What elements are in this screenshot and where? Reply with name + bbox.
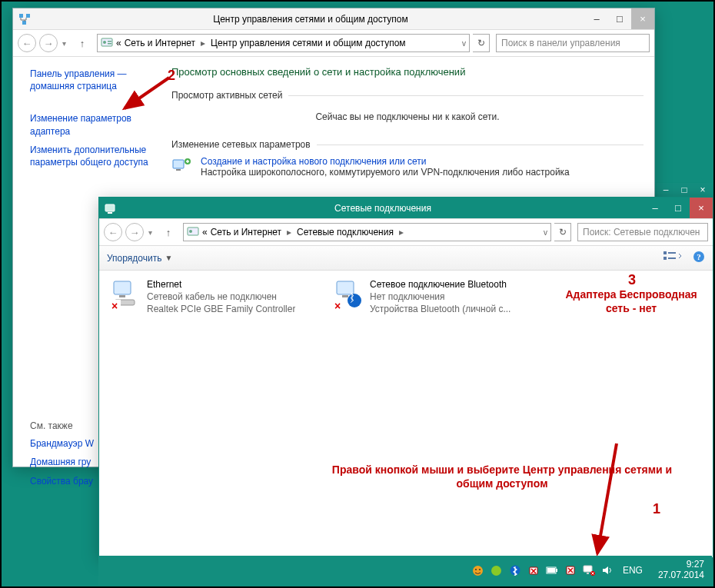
maximize-button[interactable]: □ [667, 198, 690, 218]
history-dropdown[interactable]: ▾ [148, 228, 152, 237]
background-window-buttons: –□× [657, 183, 712, 197]
tray-volume-icon[interactable] [601, 564, 614, 576]
forward-button[interactable]: → [39, 34, 58, 52]
window-icon [18, 12, 32, 26]
breadcrumb[interactable]: « Сеть и Интернет ▸ Сетевые подключения … [183, 223, 551, 241]
view-options-button[interactable] [663, 251, 682, 265]
back-button[interactable]: ← [104, 223, 122, 241]
tray-icon[interactable] [564, 564, 577, 576]
breadcrumb-pre: « [116, 38, 121, 48]
tray-icon[interactable] [491, 564, 503, 576]
svg-rect-25 [342, 295, 348, 297]
breadcrumb-item[interactable]: Сеть и Интернет [211, 227, 281, 238]
up-button[interactable]: ↑ [75, 36, 89, 50]
svg-point-29 [475, 569, 477, 570]
back-button[interactable]: ← [18, 34, 36, 52]
svg-rect-36 [547, 568, 555, 573]
svg-rect-35 [556, 569, 557, 572]
svg-rect-11 [105, 204, 115, 211]
svg-rect-18 [668, 257, 676, 259]
chevron-right-icon: ▸ [287, 227, 291, 238]
svg-rect-0 [19, 14, 23, 18]
refresh-button[interactable]: ↻ [554, 223, 571, 241]
svg-text:?: ? [697, 252, 701, 261]
svg-rect-38 [584, 566, 592, 572]
disconnected-overlay-icon: × [331, 300, 344, 312]
adapter-device: Устройства Bluetooth (личной с... [370, 303, 510, 315]
maximize-button[interactable]: □ [608, 8, 631, 29]
titlebar[interactable]: Сетевые подключения – □ × [99, 198, 713, 219]
control-panel-icon [187, 225, 199, 240]
close-button[interactable]: × [631, 8, 654, 29]
link-control-panel-home[interactable]: Панель управления — домашняя страница [30, 68, 159, 92]
help-button[interactable]: ? [693, 251, 705, 265]
tray-bluetooth-icon[interactable] [509, 564, 521, 576]
annotation-text-instruction: Правой кнопкой мыши и выберите Центр упр… [314, 463, 690, 490]
svg-rect-17 [668, 252, 676, 254]
link-sharing-settings[interactable]: Изменить дополнительные параметры общего… [30, 144, 159, 168]
link-new-connection[interactable]: Создание и настройка нового подключения … [201, 156, 427, 167]
clock-date: 27.07.2014 [658, 570, 704, 581]
bluetooth-icon: × [333, 278, 364, 309]
svg-rect-8 [176, 169, 181, 171]
breadcrumb-item[interactable]: Центр управления сетями и общим доступом [211, 38, 406, 48]
adapter-item-bluetooth[interactable]: × Сетевое подключение Bluetooth Нет подк… [333, 278, 540, 316]
disconnected-overlay-icon: × [108, 300, 121, 312]
adapter-item-ethernet[interactable]: × Ethernet Сетевой кабель не подключен R… [110, 278, 318, 316]
svg-point-31 [491, 566, 501, 576]
adapter-status: Сетевой кабель не подключен [147, 291, 295, 303]
forward-button[interactable]: → [125, 223, 144, 241]
svg-rect-15 [663, 251, 667, 254]
minimize-button[interactable]: – [585, 8, 608, 29]
breadcrumb-item[interactable]: Сеть и Интернет [125, 38, 195, 48]
breadcrumb-pre: « [202, 227, 208, 238]
taskbar[interactable]: ENG 9:27 27.07.2014 [98, 556, 712, 585]
nav-toolbar: ← → ▾ ↑ « Сеть и Интернет ▸ Центр управл… [13, 30, 654, 57]
search-input[interactable]: Поиск в панели управления [496, 34, 650, 52]
organize-menu[interactable]: Упорядочить [107, 253, 161, 264]
adapter-name: Сетевое подключение Bluetooth [370, 278, 510, 291]
svg-rect-24 [337, 281, 354, 294]
address-dropdown[interactable]: v [459, 39, 466, 48]
svg-rect-21 [114, 281, 131, 294]
breadcrumb-item[interactable]: Сетевые подключения [297, 227, 394, 238]
minimize-button[interactable]: – [644, 198, 667, 218]
adapter-list: × Ethernet Сетевой кабель не подключен R… [99, 271, 713, 557]
window-title: Сетевые подключения [122, 203, 644, 214]
search-input[interactable]: Поиск: Сетевые подключен [577, 223, 708, 241]
breadcrumb[interactable]: « Сеть и Интернет ▸ Центр управления сет… [97, 34, 470, 52]
chevron-right-icon: ▸ [399, 227, 404, 238]
nav-toolbar: ← → ▾ ↑ « Сеть и Интернет ▸ Сетевые подк… [99, 219, 713, 246]
annotation-number-1: 1 [653, 501, 660, 517]
tray-network-icon[interactable] [583, 564, 595, 576]
svg-point-14 [189, 230, 192, 233]
titlebar[interactable]: Центр управления сетями и общим доступом… [13, 8, 654, 30]
tray-clock[interactable]: 9:27 27.07.2014 [658, 560, 704, 581]
ethernet-icon: × [110, 278, 141, 309]
clock-time: 9:27 [658, 560, 704, 570]
chevron-down-icon: ▼ [165, 254, 172, 262]
refresh-button[interactable]: ↻ [473, 34, 490, 52]
close-button[interactable]: × [690, 198, 713, 218]
adapter-device: Realtek PCIe GBE Family Controller [147, 303, 295, 315]
svg-point-28 [473, 566, 483, 576]
new-connection-icon [171, 156, 193, 174]
svg-rect-1 [26, 14, 30, 18]
svg-rect-22 [119, 295, 125, 297]
svg-rect-7 [173, 160, 184, 168]
history-dropdown[interactable]: ▾ [62, 39, 66, 48]
chevron-right-icon: ▸ [201, 38, 205, 48]
tray-icon[interactable] [527, 564, 540, 576]
window-icon [104, 201, 118, 215]
divider [317, 145, 644, 145]
tray-language[interactable]: ENG [623, 565, 643, 576]
link-adapter-settings[interactable]: Изменение параметров адаптера [30, 112, 159, 137]
address-dropdown[interactable]: v [540, 228, 547, 237]
tray-icon[interactable] [472, 564, 484, 576]
svg-point-30 [479, 569, 481, 570]
control-panel-icon [101, 36, 113, 51]
up-button[interactable]: ↑ [161, 225, 175, 239]
window-title: Центр управления сетями и общим доступом [36, 14, 585, 25]
tray-battery-icon[interactable] [546, 564, 558, 576]
svg-rect-12 [108, 212, 112, 214]
